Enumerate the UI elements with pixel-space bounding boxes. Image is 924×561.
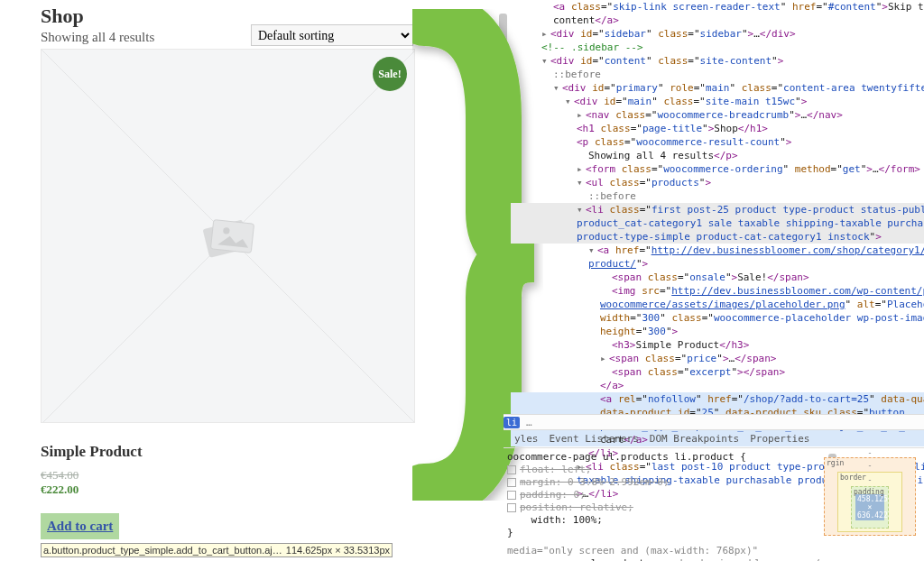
dom-node[interactable]: <h1 class="page-title">Shop</h1>: [511, 122, 924, 135]
breadcrumb-bar[interactable]: li …: [504, 414, 924, 430]
sort-select[interactable]: Default sorting: [251, 24, 413, 46]
tooltip-selector: a.button.product_type_simple.add_to_cart…: [43, 545, 282, 556]
dom-node-selected[interactable]: product_cat-category1 sale taxable shipp…: [511, 216, 924, 230]
dom-node[interactable]: ▾<div id="content" class="site-content">: [511, 54, 924, 68]
dom-node[interactable]: ▾<ul class="products">: [511, 176, 924, 189]
add-to-cart-button[interactable]: Add to cart: [41, 513, 119, 539]
tab-event-listeners[interactable]: Event Listeners: [550, 430, 639, 447]
css-media-query: media="only screen and (max-width: 768px…: [507, 545, 820, 557]
dom-node[interactable]: ::before: [511, 189, 924, 203]
css-prop[interactable]: width: 100%;: [507, 514, 820, 527]
tooltip-dimensions: 114.625px × 33.5313px: [286, 545, 390, 556]
product-placeholder-image[interactable]: Sale!: [41, 49, 415, 423]
devtools-tabs: yles Event Listeners DOM Breakpoints Pro…: [504, 430, 924, 448]
dom-node[interactable]: product/">: [511, 257, 924, 271]
box-border-label: border: [840, 474, 866, 482]
css-close: }: [507, 527, 820, 539]
breadcrumb-overflow[interactable]: …: [526, 417, 532, 428]
dom-node[interactable]: <!-- .sidebar -->: [511, 41, 924, 54]
dom-node[interactable]: <a class="skip-link screen-reader-text" …: [511, 0, 924, 14]
add-to-cart-highlight: Add to cart: [41, 513, 119, 539]
dom-node[interactable]: content</a>: [511, 14, 924, 27]
photo-stack-icon: [188, 196, 269, 277]
dom-node[interactable]: <h3>Simple Product</h3>: [511, 338, 924, 352]
box-content-size: 458.125 × 636.422: [855, 494, 884, 520]
dom-node[interactable]: ▾<div id="primary" role="main" class="co…: [511, 81, 924, 95]
dom-node[interactable]: Showing all 4 results</p>: [511, 149, 924, 162]
dom-node[interactable]: width="300" class="woocommerce-placehold…: [511, 311, 924, 325]
css-prop[interactable]: margin: 0 3.8% 2.992em 0;: [507, 476, 820, 489]
css-prop[interactable]: padding: 0;: [507, 489, 820, 501]
tab-properties[interactable]: Properties: [750, 430, 809, 447]
dom-node-selected[interactable]: product-type-simple product-cat-category…: [511, 230, 924, 244]
dom-tree[interactable]: <a class="skip-link screen-reader-text" …: [511, 0, 924, 428]
dom-node[interactable]: height="300">: [511, 325, 924, 338]
css-prop[interactable]: float: left;: [507, 464, 820, 476]
svg-rect-3: [210, 219, 254, 253]
price-new: €222.00: [41, 483, 415, 497]
tab-dom-breakpoints[interactable]: DOM Breakpoints: [650, 430, 739, 447]
dom-node[interactable]: ▸<span class="price">…</span>: [511, 352, 924, 365]
devtools-pane: <a class="skip-link screen-reader-text" …: [504, 0, 924, 561]
product-title[interactable]: Simple Product: [41, 443, 415, 461]
price-old: €454.00: [41, 468, 415, 483]
dom-node[interactable]: </a>: [511, 379, 924, 392]
dom-node[interactable]: <span class="excerpt"></span>: [511, 365, 924, 379]
tab-styles[interactable]: yles: [514, 430, 539, 447]
css-selector: oocommerce-page ul.products li.product {: [507, 451, 820, 464]
styles-panel[interactable]: oocommerce-page ul.products li.product {…: [504, 448, 824, 561]
dom-node[interactable]: ▸<div id="sidebar" class="sidebar">…</di…: [511, 27, 924, 41]
element-inspector-tooltip: a.button.product_type_simple.add_to_cart…: [41, 543, 393, 557]
box-margin-label: rgin: [827, 459, 844, 467]
box-padding-label: padding: [854, 488, 884, 496]
dom-node[interactable]: woocommerce/assets/images/placeholder.pn…: [511, 298, 924, 311]
dom-node[interactable]: <span class="onsale">Sale!</span>: [511, 271, 924, 284]
dom-node[interactable]: ▾<a href="http://dev.businessbloomer.com…: [511, 244, 924, 257]
css-prop[interactable]: position: relative;: [507, 501, 820, 514]
dom-node[interactable]: ▾<div id="main" class="site-main t15wc">: [511, 95, 924, 108]
dom-node[interactable]: ▸<nav class="woocommerce-breadcrumb">…</…: [511, 108, 924, 122]
dom-node[interactable]: ::before: [511, 68, 924, 81]
box-model[interactable]: - rgin - border - padding 458.125 × 636.…: [824, 448, 916, 547]
sale-badge: Sale!: [373, 57, 407, 91]
dom-node[interactable]: ▸<form class="woocommerce-ordering" meth…: [511, 162, 924, 176]
breadcrumb-item[interactable]: li: [504, 417, 520, 428]
dom-node-highlighted[interactable]: <a rel="nofollow" href="/shop/?add-to-ca…: [511, 392, 924, 406]
dom-node-selected[interactable]: ▾<li class="first post-25 product type-p…: [511, 203, 924, 216]
product-card[interactable]: Sale! Simple Product €454.00 €222.00 Add…: [41, 49, 415, 539]
dom-node[interactable]: <img src="http://dev.businessbloomer.com…: [511, 284, 924, 298]
dom-node[interactable]: <p class="woocommerce-result-count">: [511, 135, 924, 149]
